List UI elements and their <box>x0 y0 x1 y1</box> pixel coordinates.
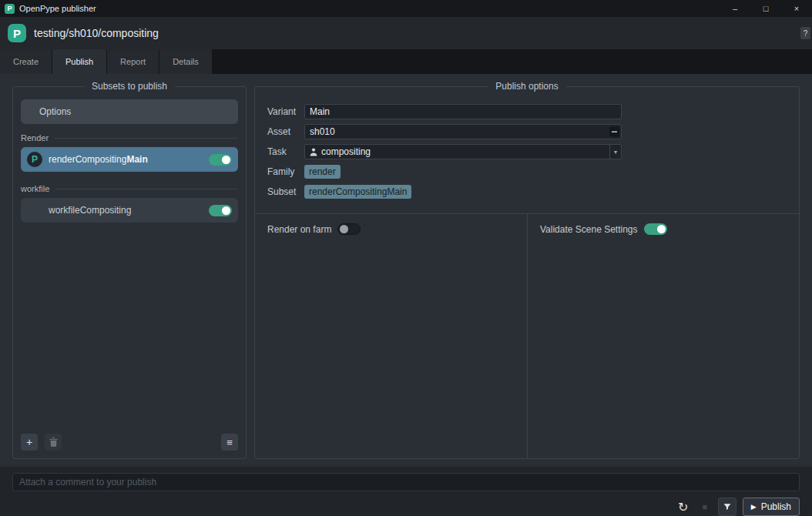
publish-button[interactable]: ▶ Publish <box>743 498 800 516</box>
person-icon <box>310 148 317 156</box>
plugin-options-section: Render on farm Validate Scene Settings <box>255 213 799 458</box>
comment-bar <box>0 467 812 491</box>
task-row: Task compositing ▾ <box>267 144 787 159</box>
variant-label: Variant <box>267 106 304 117</box>
titlebar: P OpenPype publisher – □ × <box>0 0 812 17</box>
subset-item-label: workfileCompositing <box>49 205 203 216</box>
openpype-logo-icon: P <box>5 4 15 14</box>
tab-create[interactable]: Create <box>0 49 52 74</box>
trash-icon <box>49 437 58 447</box>
publish-options-title: Publish options <box>488 81 565 92</box>
publish-options-form: Variant Asset Task <box>255 95 799 204</box>
help-button[interactable]: ? <box>800 27 810 39</box>
subset-item-label: renderCompositingMain <box>49 154 203 165</box>
tab-details[interactable]: Details <box>159 49 212 74</box>
family-label: Family <box>267 166 304 177</box>
main-content: Subsets to publish Options Render P rend… <box>0 74 812 467</box>
group-label-render: Render <box>21 133 49 142</box>
variant-input[interactable] <box>304 104 622 119</box>
task-value: compositing <box>321 146 371 157</box>
openpype-logo-icon: P <box>27 152 42 167</box>
subset-enable-toggle[interactable] <box>209 205 232 216</box>
task-label: Task <box>267 146 304 157</box>
family-row: Family render <box>267 164 787 179</box>
openpype-publisher-window: P OpenPype publisher – □ × P testing/sh0… <box>0 0 812 516</box>
menu-icon: ≡ <box>226 437 233 448</box>
validate-scene-settings-toggle[interactable] <box>644 223 667 235</box>
publish-options-panel: Publish options Variant Asset <box>254 86 800 459</box>
tab-report[interactable]: Report <box>107 49 159 74</box>
context-breadcrumb: testing/sh010/compositing <box>34 27 159 39</box>
group-header-workfile: workfile <box>21 184 238 193</box>
render-on-farm-label: Render on farm <box>267 224 331 235</box>
render-options-column: Render on farm <box>255 214 527 458</box>
subset-menu-button[interactable]: ≡ <box>221 434 238 451</box>
render-on-farm-row: Render on farm <box>267 223 515 235</box>
subsets-panel-title: Subsets to publish <box>84 81 175 92</box>
asset-input[interactable] <box>304 124 622 139</box>
close-button[interactable]: × <box>781 0 812 17</box>
subset-row: Subset renderCompositingMain <box>267 184 787 199</box>
window-title: OpenPype publisher <box>19 4 96 13</box>
add-subset-button[interactable]: + <box>21 434 38 451</box>
asset-row: Asset <box>267 124 787 139</box>
refresh-button[interactable]: ↻ <box>675 498 692 516</box>
group-label-workfile: workfile <box>21 184 49 193</box>
openpype-logo-icon: P <box>8 24 26 42</box>
publish-button-label: Publish <box>761 501 791 512</box>
render-on-farm-toggle[interactable] <box>337 223 361 235</box>
tab-bar: Create Publish Report Details <box>0 49 812 74</box>
group-divider <box>55 189 238 189</box>
asset-label: Asset <box>267 126 304 137</box>
group-header-render: Render <box>21 133 238 142</box>
stop-button[interactable]: ■ <box>698 498 712 516</box>
family-badge: render <box>304 165 341 179</box>
asset-picker-icon[interactable] <box>609 127 619 137</box>
app-header: P testing/sh010/compositing ? <box>0 17 812 49</box>
group-divider <box>55 138 238 139</box>
validate-scene-settings-row: Validate Scene Settings <box>540 223 787 235</box>
task-dropdown[interactable]: compositing ▾ <box>304 144 622 159</box>
subset-badge: renderCompositingMain <box>304 185 411 199</box>
subset-item-workfilecompositing[interactable]: workfileCompositing <box>21 198 238 223</box>
subsets-panel: Subsets to publish Options Render P rend… <box>12 86 247 459</box>
filter-button[interactable] <box>718 498 737 516</box>
tab-publish[interactable]: Publish <box>52 49 106 74</box>
options-button[interactable]: Options <box>21 99 238 124</box>
validate-scene-settings-label: Validate Scene Settings <box>540 224 638 235</box>
play-icon: ▶ <box>751 503 757 511</box>
minimize-button[interactable]: – <box>720 0 750 17</box>
delete-subset-button[interactable] <box>45 434 62 451</box>
refresh-icon: ↻ <box>678 501 688 514</box>
plus-icon: + <box>26 436 32 448</box>
subset-label: Subset <box>267 186 304 197</box>
actions-bar: ↻ ■ ▶ Publish <box>0 491 812 516</box>
maximize-button[interactable]: □ <box>750 0 781 17</box>
window-controls: – □ × <box>720 0 812 17</box>
stop-icon: ■ <box>702 502 707 511</box>
variant-row: Variant <box>267 104 787 119</box>
comment-input[interactable] <box>12 473 800 491</box>
subsets-panel-footer: + ≡ <box>21 434 238 451</box>
validate-options-column: Validate Scene Settings <box>527 214 799 458</box>
filter-icon <box>723 502 732 511</box>
chevron-down-icon[interactable]: ▾ <box>609 145 621 159</box>
subset-item-rendercompositingmain[interactable]: P renderCompositingMain <box>21 147 238 172</box>
subset-enable-toggle[interactable] <box>209 154 232 166</box>
